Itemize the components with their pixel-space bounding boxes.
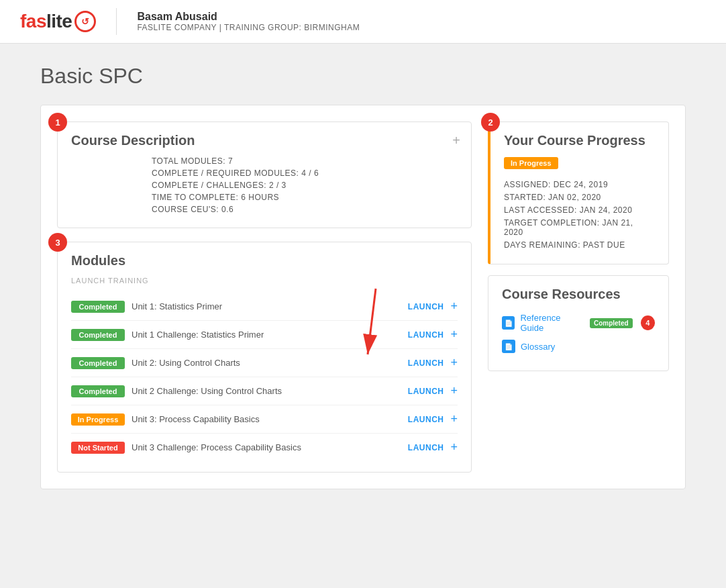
module-row: Not StartedUnit 3 Challenge: Process Cap… [71, 434, 458, 461]
header-divider [116, 8, 117, 35]
module-name: Unit 2 Challenge: Using Control Charts [132, 386, 401, 396]
page-title: Basic SPC [40, 64, 686, 89]
card-container: 1 Course Description + TOTAL MODULES: 7C… [40, 105, 686, 489]
resource-item: 📄Glossary [502, 340, 655, 353]
course-description-card: 1 Course Description + TOTAL MODULES: 7C… [57, 121, 472, 228]
progress-detail-row: DAYS REMAINING: Past Due [504, 240, 655, 250]
module-name: Unit 3 Challenge: Process Capability Bas… [132, 442, 401, 452]
module-list: CompletedUnit 1: Statistics PrimerLAUNCH… [71, 293, 458, 461]
module-expand[interactable]: + [450, 412, 458, 426]
main-content: Basic SPC 1 Course Description + TOTAL M… [0, 44, 726, 509]
course-description-title: Course Description [71, 133, 458, 148]
logo-fas: fas [20, 11, 46, 32]
progress-status-badge: In Progress [504, 157, 558, 169]
progress-details: ASSIGNED: Dec 24, 2019STARTED: Jan 02, 2… [504, 180, 655, 250]
module-expand[interactable]: + [450, 328, 458, 342]
logo-text: faslite [20, 11, 72, 32]
step-badge-3: 3 [48, 233, 67, 252]
right-column: 2 Your Course Progress In Progress ASSIG… [488, 121, 669, 473]
logo-arrow-icon: ↺ [81, 16, 89, 27]
step-badge-1: 1 [48, 113, 67, 132]
progress-detail-row: LAST ACCESSED: Jan 24, 2020 [504, 205, 655, 215]
progress-detail-row: STARTED: Jan 02, 2020 [504, 193, 655, 202]
module-status-badge: Completed [71, 385, 125, 397]
module-status-badge: Not Started [71, 442, 125, 454]
stat-row: COMPLETE / REQUIRED MODULES: 4 / 6 [152, 168, 458, 178]
header: faslite ↺ Basam Abusaid FASLITE COMPANY … [0, 0, 726, 44]
resource-completed-badge: Completed [590, 318, 633, 328]
module-row: CompletedUnit 1: Statistics PrimerLAUNCH… [71, 293, 458, 321]
launch-link[interactable]: LAUNCH [408, 358, 444, 368]
resource-item: 📄Reference GuideCompleted4 [502, 313, 655, 333]
left-column: 1 Course Description + TOTAL MODULES: 7C… [57, 121, 472, 473]
stat-row: TOTAL MODULES: 7 [152, 156, 458, 166]
module-name: Unit 1 Challenge: Statistics Primer [132, 330, 401, 340]
stat-row: TIME TO COMPLETE: 6 HOURS [152, 193, 458, 202]
resource-link[interactable]: Reference Guide [520, 313, 584, 333]
progress-detail-row: ASSIGNED: Dec 24, 2019 [504, 180, 655, 189]
resource-icon: 📄 [502, 340, 515, 353]
course-progress-title: Your Course Progress [504, 133, 655, 148]
modules-title: Modules [71, 253, 458, 268]
launch-link[interactable]: LAUNCH [408, 330, 444, 340]
logo-icon: ↺ [74, 11, 96, 32]
module-row: CompletedUnit 2 Challenge: Using Control… [71, 377, 458, 405]
user-name: Basam Abusaid [137, 11, 360, 23]
module-expand[interactable]: + [450, 384, 458, 398]
logo: faslite ↺ [20, 11, 96, 32]
launch-link[interactable]: LAUNCH [408, 415, 444, 424]
resource-link[interactable]: Glossary [521, 342, 555, 352]
module-row: CompletedUnit 2: Using Control ChartsLAU… [71, 349, 458, 377]
module-status-badge: Completed [71, 301, 125, 313]
module-row: CompletedUnit 1 Challenge: Statistics Pr… [71, 321, 458, 349]
modules-card: 3 Modules LAUNCH TRAINING CompletedUnit … [57, 242, 472, 473]
module-expand[interactable]: + [450, 440, 458, 454]
launch-link[interactable]: LAUNCH [408, 387, 444, 396]
module-status-badge: Completed [71, 357, 125, 369]
launch-link[interactable]: LAUNCH [408, 443, 444, 452]
launch-link[interactable]: LAUNCH [408, 302, 444, 311]
course-resources-card: Course Resources 📄Reference GuideComplet… [488, 275, 669, 371]
module-status-badge: In Progress [71, 413, 125, 426]
header-user: Basam Abusaid FASLITE COMPANY | TRAINING… [137, 11, 360, 32]
step-badge-4: 4 [641, 315, 655, 330]
progress-detail-row: TARGET COMPLETION: Jan 21, 2020 [504, 218, 655, 237]
logo-lite: lite [46, 11, 72, 32]
module-expand[interactable]: + [450, 356, 458, 370]
launch-training-label: LAUNCH TRAINING [71, 277, 458, 285]
module-name: Unit 1: Statistics Primer [132, 301, 401, 311]
module-name: Unit 3: Process Capability Basics [132, 414, 401, 424]
module-status-badge: Completed [71, 329, 125, 341]
resource-icon: 📄 [502, 316, 515, 330]
module-name: Unit 2: Using Control Charts [132, 358, 401, 368]
course-resources-title: Course Resources [502, 287, 655, 302]
course-stats: TOTAL MODULES: 7COMPLETE / REQUIRED MODU… [152, 156, 458, 214]
course-progress-card: 2 Your Course Progress In Progress ASSIG… [488, 121, 669, 264]
module-row: In ProgressUnit 3: Process Capability Ba… [71, 405, 458, 434]
step-badge-2: 2 [481, 113, 500, 132]
stat-row: COMPLETE / CHALLENGES: 2 / 3 [152, 181, 458, 190]
stat-row: COURSE CEU'S: 0.6 [152, 205, 458, 214]
course-description-expand[interactable]: + [452, 133, 460, 148]
user-company: FASLITE COMPANY | TRAINING GROUP: BIRMIN… [137, 23, 360, 32]
module-expand[interactable]: + [450, 299, 458, 313]
resource-list: 📄Reference GuideCompleted4📄Glossary [502, 313, 655, 353]
